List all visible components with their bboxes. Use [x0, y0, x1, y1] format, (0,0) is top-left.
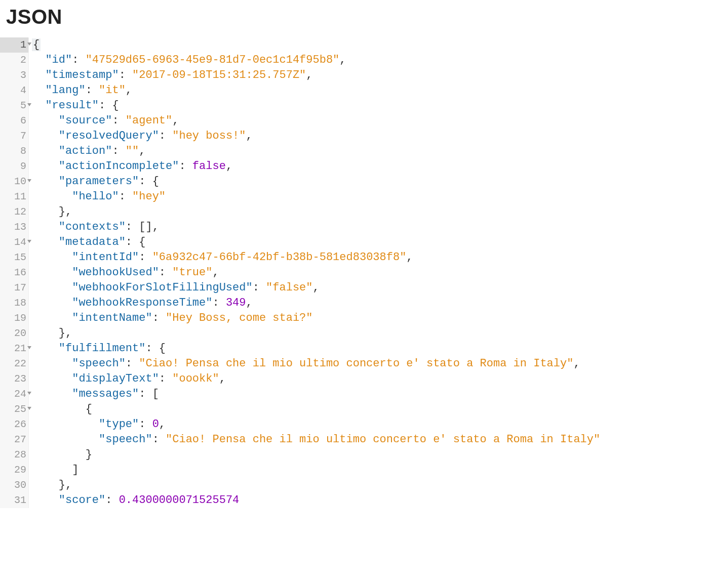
code-line[interactable]: "score": 0.4300000071525574: [32, 493, 600, 508]
code-area[interactable]: { "id": "47529d65-6963-45e9-81d7-0ec1c14…: [29, 37, 600, 508]
code-line[interactable]: ]: [32, 463, 600, 478]
json-key: "id": [45, 54, 72, 66]
json-punct: :: [159, 266, 172, 279]
line-number[interactable]: 11: [0, 189, 28, 204]
fold-toggle-icon[interactable]: [27, 103, 31, 108]
line-number[interactable]: 22: [0, 356, 28, 371]
json-punct: }: [86, 448, 92, 461]
code-line[interactable]: "action": "",: [32, 144, 600, 159]
json-key: "displayText": [72, 372, 159, 385]
json-string: "it": [99, 84, 126, 97]
json-key: "messages": [72, 388, 139, 400]
line-number[interactable]: 4: [0, 83, 28, 98]
code-line[interactable]: "parameters": {: [32, 174, 600, 189]
line-number[interactable]: 30: [0, 478, 28, 493]
code-line[interactable]: "webhookResponseTime": 349,: [32, 296, 600, 311]
fold-toggle-icon[interactable]: [27, 240, 31, 245]
line-number[interactable]: 15: [0, 250, 28, 265]
line-number[interactable]: 5: [0, 98, 28, 113]
json-string: "47529d65-6963-45e9-81d7-0ec1c14f95b8": [86, 54, 340, 66]
code-line[interactable]: "webhookForSlotFillingUsed": "false",: [32, 280, 600, 296]
json-key: "webhookForSlotFillingUsed": [72, 281, 252, 294]
code-line[interactable]: "result": {: [32, 98, 600, 113]
code-line[interactable]: "webhookUsed": "true",: [32, 265, 600, 280]
code-line[interactable]: "hello": "hey": [32, 189, 600, 204]
line-number[interactable]: 8: [0, 144, 28, 159]
line-number[interactable]: 18: [0, 296, 28, 311]
line-number[interactable]: 23: [0, 371, 28, 387]
json-key: "webhookUsed": [72, 266, 159, 279]
json-key: "metadata": [59, 236, 126, 248]
code-line[interactable]: "resolvedQuery": "hey boss!",: [32, 129, 600, 144]
line-number[interactable]: 27: [0, 432, 28, 447]
json-key: "score": [59, 494, 105, 507]
code-line[interactable]: "metadata": {: [32, 235, 600, 250]
line-gutter[interactable]: 1234567891011121314151617181920212223242…: [0, 37, 29, 508]
json-punct: : [],: [126, 221, 159, 233]
code-line[interactable]: "intentName": "Hey Boss, come stai?": [32, 311, 600, 326]
line-number[interactable]: 9: [0, 159, 28, 174]
line-number[interactable]: 20: [0, 326, 28, 341]
code-line[interactable]: "intentId": "6a932c47-66bf-42bf-b38b-581…: [32, 250, 600, 265]
code-line[interactable]: "actionIncomplete": false,: [32, 159, 600, 174]
line-number[interactable]: 26: [0, 417, 28, 432]
line-number[interactable]: 3: [0, 68, 28, 83]
line-number[interactable]: 6: [0, 113, 28, 129]
code-line[interactable]: "source": "agent",: [32, 113, 600, 129]
json-punct: ,: [246, 130, 253, 142]
code-line[interactable]: },: [32, 204, 600, 220]
line-number[interactable]: 25: [0, 402, 28, 417]
line-number[interactable]: 17: [0, 280, 28, 296]
line-number[interactable]: 29: [0, 463, 28, 478]
fold-toggle-icon[interactable]: [27, 407, 31, 412]
code-line[interactable]: "fulfillment": {: [32, 341, 600, 356]
line-number[interactable]: 21: [0, 341, 28, 356]
code-line[interactable]: "lang": "it",: [32, 83, 600, 98]
code-line[interactable]: "timestamp": "2017-09-18T15:31:25.757Z",: [32, 68, 600, 83]
line-number[interactable]: 1: [0, 37, 28, 53]
json-punct: :: [119, 190, 132, 203]
code-line[interactable]: },: [32, 326, 600, 341]
line-number[interactable]: 2: [0, 53, 28, 68]
code-line[interactable]: "displayText": "oookk",: [32, 371, 600, 387]
line-number[interactable]: 31: [0, 493, 28, 508]
code-line[interactable]: "id": "47529d65-6963-45e9-81d7-0ec1c14f9…: [32, 53, 600, 68]
line-number[interactable]: 16: [0, 265, 28, 280]
json-punct: ,: [159, 418, 166, 431]
line-number[interactable]: 24: [0, 387, 28, 402]
json-punct: },: [59, 205, 72, 218]
json-key: "speech": [99, 433, 152, 446]
code-line[interactable]: },: [32, 478, 600, 493]
code-line[interactable]: "messages": [: [32, 387, 600, 402]
line-number[interactable]: 7: [0, 129, 28, 144]
code-line[interactable]: {: [32, 402, 600, 417]
line-number[interactable]: 28: [0, 447, 28, 463]
json-punct: ]: [72, 464, 78, 476]
json-punct: ,: [212, 266, 219, 279]
fold-toggle-icon[interactable]: [27, 43, 31, 48]
code-line[interactable]: {: [32, 37, 600, 53]
line-number[interactable]: 13: [0, 220, 28, 235]
json-punct: ,: [313, 281, 320, 294]
fold-toggle-icon[interactable]: [27, 179, 31, 184]
line-number[interactable]: 10: [0, 174, 28, 189]
code-line[interactable]: "speech": "Ciao! Pensa che il mio ultimo…: [32, 432, 600, 447]
code-line[interactable]: }: [32, 447, 600, 463]
json-punct: },: [59, 327, 72, 340]
json-key: "hello": [72, 190, 119, 203]
line-number[interactable]: 14: [0, 235, 28, 250]
json-punct: :: [119, 69, 132, 81]
json-punct: :: [139, 418, 152, 431]
line-number[interactable]: 19: [0, 311, 28, 326]
fold-toggle-icon[interactable]: [27, 392, 31, 397]
code-editor[interactable]: 1234567891011121314151617181920212223242…: [0, 37, 709, 508]
json-punct: :: [179, 160, 192, 173]
code-line[interactable]: "contexts": [],: [32, 220, 600, 235]
json-key: "source": [59, 114, 112, 127]
json-punct: ,: [339, 54, 346, 66]
line-number[interactable]: 12: [0, 204, 28, 220]
json-punct: : [: [139, 388, 159, 400]
code-line[interactable]: "speech": "Ciao! Pensa che il mio ultimo…: [32, 356, 600, 371]
fold-toggle-icon[interactable]: [27, 346, 31, 351]
code-line[interactable]: "type": 0,: [32, 417, 600, 432]
